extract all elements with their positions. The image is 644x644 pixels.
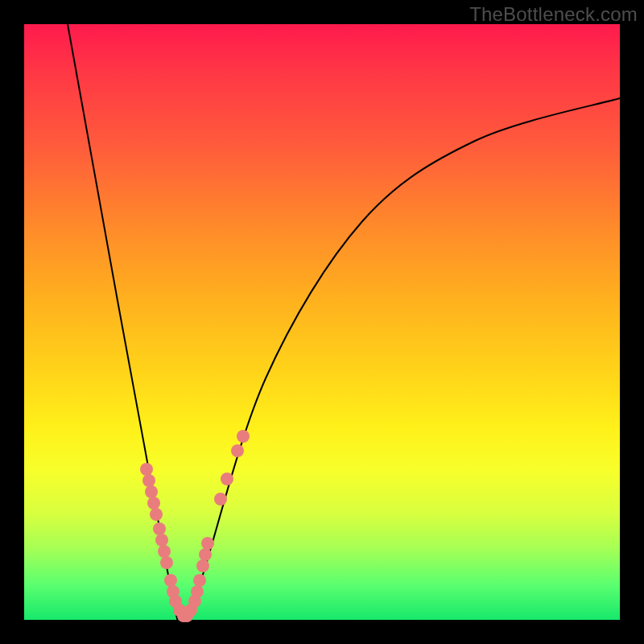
bead-marker [201,537,214,550]
bead-group [140,430,250,622]
bead-marker [199,548,212,561]
plot-area [24,24,620,620]
bead-marker [153,522,166,535]
chart-frame: TheBottleneck.com [0,0,644,644]
bead-marker [214,493,227,506]
bead-marker [140,463,153,476]
bottleneck-curve [68,24,620,636]
bead-marker [150,508,163,521]
bead-marker [145,485,158,498]
bead-marker [221,473,233,485]
bead-marker [142,474,155,487]
bead-marker [196,559,209,572]
bead-marker [158,545,171,558]
bead-marker [231,444,244,457]
bead-marker [237,430,250,443]
bead-marker [160,556,173,569]
bead-marker [155,534,168,547]
curve-svg [24,24,620,620]
watermark-text: TheBottleneck.com [469,3,638,26]
bead-marker [191,585,204,598]
bead-marker [164,574,177,587]
bead-marker [193,574,206,587]
bead-marker [147,497,160,510]
